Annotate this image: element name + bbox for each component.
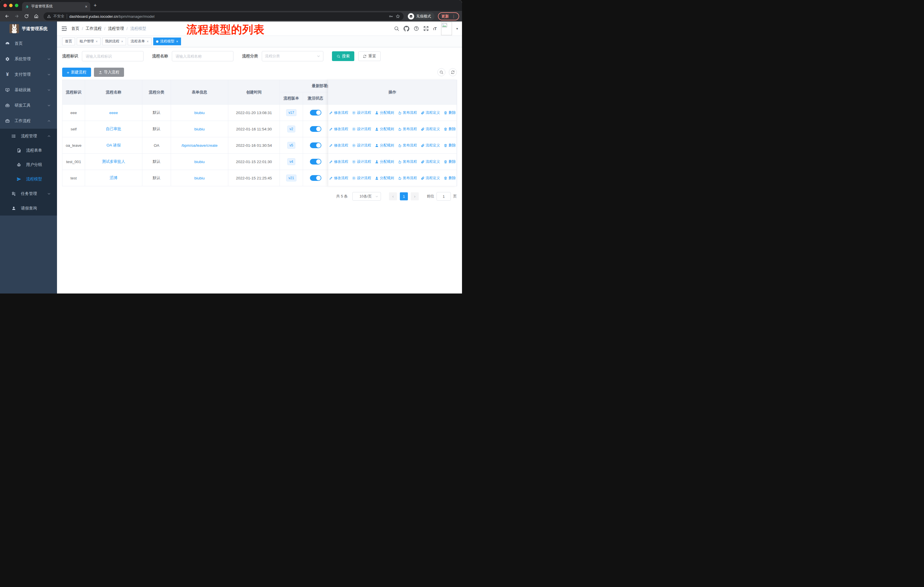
help-icon[interactable] xyxy=(414,26,419,31)
action-design-process[interactable]: 设计流程 xyxy=(352,159,371,164)
tab-process-model[interactable]: 流程模型 × xyxy=(153,38,181,45)
action-delete[interactable]: 删除 xyxy=(444,127,456,132)
action-edit-process[interactable]: 修改流程 xyxy=(329,110,348,115)
form-info-link[interactable]: biubiu xyxy=(194,176,205,180)
sidebar-item-user-group[interactable]: 用户分组 xyxy=(0,158,57,172)
sidebar-item-system[interactable]: 系统管理 xyxy=(0,51,57,67)
password-key-icon[interactable] xyxy=(389,14,393,19)
sidebar-item-home[interactable]: 首页 xyxy=(0,36,57,51)
action-design-process[interactable]: 设计流程 xyxy=(352,127,371,132)
new-tab-button[interactable]: + xyxy=(94,3,97,8)
sidebar-item-leave-query[interactable]: 请假查询 xyxy=(0,201,57,215)
home-button[interactable] xyxy=(32,12,40,20)
process-name-input[interactable] xyxy=(172,51,233,61)
tab-my-process[interactable]: 我的流程 × xyxy=(102,38,126,45)
avatar-caret-down-icon[interactable]: ▾ xyxy=(456,26,458,31)
tab-close-icon[interactable]: × xyxy=(147,40,148,43)
action-process-definition[interactable]: 流程定义 xyxy=(421,176,440,180)
action-assign-rule[interactable]: 分配规则 xyxy=(375,143,394,148)
close-window-button[interactable] xyxy=(3,4,7,7)
sidebar-item-payment[interactable]: ¥ 支付管理 xyxy=(0,67,57,82)
action-process-definition[interactable]: 流程定义 xyxy=(421,127,440,132)
refresh-table-button[interactable] xyxy=(449,68,457,76)
window-controls[interactable] xyxy=(3,4,18,7)
action-edit-process[interactable]: 修改流程 xyxy=(329,176,348,180)
breadcrumb-workflow[interactable]: 工作流程 xyxy=(86,26,102,31)
minimize-window-button[interactable] xyxy=(9,4,13,7)
browser-menu-dots-icon[interactable]: ⋮ xyxy=(452,14,456,19)
action-design-process[interactable]: 设计流程 xyxy=(352,143,371,148)
search-button[interactable]: 搜索 xyxy=(332,51,354,61)
sidebar-item-process-management[interactable]: 流程管理 xyxy=(0,129,57,143)
active-toggle[interactable] xyxy=(310,175,322,181)
action-edit-process[interactable]: 修改流程 xyxy=(329,159,348,164)
tab-close-icon[interactable]: × xyxy=(176,40,178,43)
tab-tenant-management[interactable]: 租户管理 × xyxy=(77,38,101,45)
tab-process-form[interactable]: 流程表单 × xyxy=(128,38,152,45)
process-name-link[interactable]: 滔博 xyxy=(110,176,117,180)
process-id-input[interactable] xyxy=(82,51,144,61)
sidebar-item-dev-tools[interactable]: 研发工具 xyxy=(0,98,57,113)
action-assign-rule[interactable]: 分配规则 xyxy=(375,159,394,164)
form-info-link[interactable]: biubiu xyxy=(194,160,205,164)
bookmark-star-icon[interactable] xyxy=(396,14,400,19)
version-badge[interactable]: v5 xyxy=(287,142,295,149)
github-icon[interactable] xyxy=(404,26,409,31)
maximize-window-button[interactable] xyxy=(15,4,18,7)
sidebar-item-process-form[interactable]: 流程表单 xyxy=(0,143,57,158)
page-size-select[interactable]: 10条/页 xyxy=(352,192,381,201)
sidebar-item-task-management[interactable]: 任务管理 xyxy=(0,186,57,201)
back-button[interactable] xyxy=(3,12,11,20)
active-toggle[interactable] xyxy=(310,159,322,165)
sidebar-item-workflow[interactable]: 工作流程 xyxy=(0,113,57,129)
form-info-link[interactable]: biubiu xyxy=(194,111,205,115)
next-page-button[interactable]: › xyxy=(411,192,419,200)
action-process-definition[interactable]: 流程定义 xyxy=(421,143,440,148)
breadcrumb-process-management[interactable]: 流程管理 xyxy=(108,26,124,31)
action-process-definition[interactable]: 流程定义 xyxy=(421,159,440,164)
version-badge[interactable]: v4 xyxy=(287,158,295,165)
breadcrumb-home[interactable]: 首页 xyxy=(71,26,79,31)
category-select[interactable]: 流程分类 xyxy=(262,51,323,61)
process-name-link[interactable]: 测试多审批人 xyxy=(102,159,125,164)
tab-close-icon[interactable]: × xyxy=(96,40,98,43)
form-info-link[interactable]: biubiu xyxy=(194,127,205,131)
action-delete[interactable]: 删除 xyxy=(444,159,456,164)
prev-page-button[interactable]: ‹ xyxy=(389,192,397,200)
action-publish-process[interactable]: 发布流程 xyxy=(398,143,417,148)
process-name-link[interactable]: 自己审批 xyxy=(106,127,121,131)
action-publish-process[interactable]: 发布流程 xyxy=(398,176,417,180)
form-info-link[interactable]: /bpm/oa/leave/create xyxy=(181,143,218,147)
action-delete[interactable]: 删除 xyxy=(444,176,456,180)
create-process-button[interactable]: + 新建流程 xyxy=(62,68,91,77)
page-number-current[interactable]: 1 xyxy=(400,192,408,200)
action-delete[interactable]: 删除 xyxy=(444,143,456,148)
active-toggle[interactable] xyxy=(310,110,322,116)
font-size-icon[interactable]: tT xyxy=(433,26,437,31)
action-process-definition[interactable]: 流程定义 xyxy=(421,110,440,115)
action-design-process[interactable]: 设计流程 xyxy=(352,176,371,180)
tab-close-icon[interactable]: × xyxy=(121,40,123,43)
action-publish-process[interactable]: 发布流程 xyxy=(398,127,417,132)
update-browser-button[interactable]: 更新 ⋮ xyxy=(438,12,459,20)
header-search-icon[interactable] xyxy=(394,26,399,31)
toggle-search-button[interactable] xyxy=(437,68,446,76)
reload-button[interactable] xyxy=(22,12,30,20)
sidebar-item-process-model[interactable]: 流程模型 xyxy=(0,172,57,186)
sidebar-item-infrastructure[interactable]: 基础设施 xyxy=(0,82,57,98)
action-publish-process[interactable]: 发布流程 xyxy=(398,110,417,115)
action-assign-rule[interactable]: 分配规则 xyxy=(375,110,394,115)
process-name-link[interactable]: eeee xyxy=(109,111,118,115)
address-bar[interactable]: 不安全 dashboard.yudao.iocoder.cn/bpm/manag… xyxy=(43,12,404,20)
action-assign-rule[interactable]: 分配规则 xyxy=(375,176,394,180)
forward-button[interactable] xyxy=(13,12,21,20)
action-edit-process[interactable]: 修改流程 xyxy=(329,127,348,132)
version-badge[interactable]: v2 xyxy=(287,126,295,132)
tab-home[interactable]: 首页 xyxy=(62,38,75,45)
fullscreen-icon[interactable] xyxy=(423,26,429,31)
action-edit-process[interactable]: 修改流程 xyxy=(329,143,348,148)
action-design-process[interactable]: 设计流程 xyxy=(352,110,371,115)
active-toggle[interactable] xyxy=(310,126,322,132)
browser-tab[interactable]: 芋道管理系统 × xyxy=(22,2,90,11)
action-assign-rule[interactable]: 分配规则 xyxy=(375,127,394,132)
